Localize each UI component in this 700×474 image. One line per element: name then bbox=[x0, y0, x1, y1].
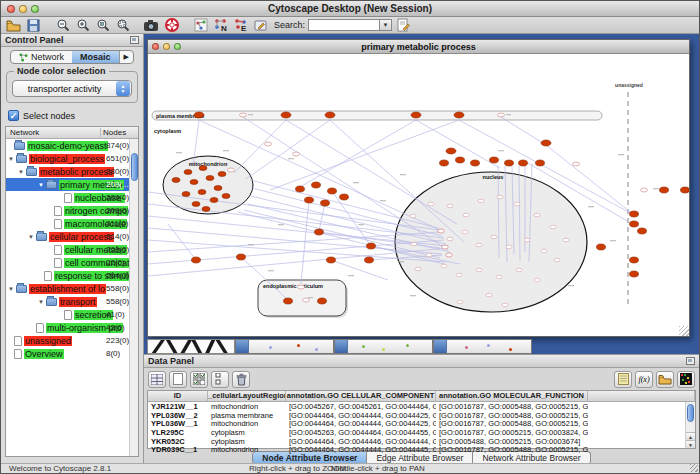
network-overview-icon[interactable] bbox=[192, 18, 209, 33]
expand-arrow-icon[interactable]: ▼ bbox=[26, 234, 36, 240]
folder-icon bbox=[26, 168, 37, 176]
table-row[interactable]: YLR295Ccytoplasm[GO:0045263, GO:0044464,… bbox=[148, 428, 695, 437]
expand-arrow-icon[interactable]: ▼ bbox=[6, 156, 16, 162]
select-attributes-icon[interactable] bbox=[190, 371, 208, 388]
doc-icon bbox=[54, 219, 62, 229]
annotation-icon[interactable] bbox=[252, 18, 269, 33]
cell-component: [GO:0044464, GO:0044444, GO:0044445, G..… bbox=[286, 445, 436, 454]
tree-row-label: Overview bbox=[24, 349, 64, 359]
tree-row[interactable]: nitrogen compo209(0) bbox=[6, 204, 138, 217]
select-edges-icon[interactable]: E bbox=[232, 18, 249, 33]
delete-attribute-icon[interactable] bbox=[232, 371, 250, 388]
save-icon[interactable] bbox=[25, 18, 42, 33]
network-canvas[interactable]: plasma membrane cytoplasm mitochondrion … bbox=[148, 54, 689, 336]
tree-row[interactable]: mosaic-demo-yeast874(0) bbox=[6, 139, 138, 152]
cell-id: YPL036W__1 bbox=[148, 419, 208, 428]
expand-arrow-icon[interactable]: ▼ bbox=[36, 299, 46, 305]
edit-search-icon[interactable] bbox=[395, 18, 412, 33]
tree-row[interactable]: Overview8(0) bbox=[6, 347, 138, 360]
network-view-titlebar[interactable]: primary metabolic process bbox=[148, 40, 689, 54]
notes-icon[interactable] bbox=[614, 371, 632, 388]
column-header[interactable]: annotation.GO MOLECULAR_FUNCTION bbox=[436, 391, 588, 401]
cell-component: [GO:0045263, GO:0044464, GO:0044455, G..… bbox=[286, 428, 436, 437]
tree-row[interactable]: nucleobase-209(0) bbox=[6, 191, 138, 204]
table-row[interactable]: YPL036W__2plasma membrane[GO:0044464, GO… bbox=[148, 411, 695, 420]
minimized-window-3[interactable] bbox=[334, 339, 433, 354]
tree-row[interactable]: multi-organism pro42(0) bbox=[6, 321, 138, 334]
matrix-icon[interactable] bbox=[677, 371, 695, 388]
minimized-window-1[interactable] bbox=[147, 339, 235, 354]
tab-mosaic[interactable]: Mosaic bbox=[72, 51, 119, 63]
tree-row-node-count: 558(0) bbox=[106, 297, 129, 306]
tree-row[interactable]: ▼transport558(0) bbox=[6, 295, 138, 308]
nucleus-region bbox=[395, 172, 587, 312]
zoom-out-icon[interactable] bbox=[54, 18, 71, 33]
search-input[interactable] bbox=[308, 19, 380, 31]
cell-component: [GO:0044464, GO:0044444, GO:0044425, G..… bbox=[286, 411, 436, 420]
minimized-window-4[interactable] bbox=[433, 339, 532, 354]
table-row[interactable]: YDR039C__1mitochondrion[GO:0044464, GO:0… bbox=[148, 445, 695, 454]
scroll-up-arrow[interactable]: ▲ bbox=[686, 432, 695, 440]
table-row[interactable]: YPL036W__1mitochondrion[GO:0044464, GO:0… bbox=[148, 419, 695, 428]
expand-arrow-icon[interactable]: ▼ bbox=[16, 169, 26, 175]
column-header[interactable]: _cellularLayoutRegion bbox=[208, 391, 286, 401]
combo-stepper-icon: ▲▼ bbox=[116, 81, 130, 96]
tree-row[interactable]: response to stimulu264(0) bbox=[6, 269, 138, 282]
doc-icon bbox=[44, 271, 52, 281]
tree-row[interactable]: cell communicat22(0) bbox=[6, 256, 138, 269]
tab-network[interactable]: Network bbox=[11, 51, 72, 63]
tab-overflow-arrow[interactable]: ▶ bbox=[119, 51, 133, 63]
tree-row[interactable]: cellular metabo209(0) bbox=[6, 243, 138, 256]
float-panel-icon[interactable] bbox=[130, 36, 139, 44]
node-color-select[interactable]: transporter activity ▲▼ bbox=[12, 80, 132, 97]
network-view-window[interactable]: primary metabolic process bbox=[147, 39, 690, 337]
cytoscape-window: Cytoscape Desktop (New Session) N E Sear… bbox=[0, 0, 700, 474]
new-attribute-icon[interactable] bbox=[169, 371, 187, 388]
window-resize-grip[interactable] bbox=[690, 464, 698, 472]
table-row[interactable]: YJR121W__1mitochondrion[GO:0045267, GO:0… bbox=[148, 402, 695, 411]
tree-row[interactable]: ▼primary metabo209(... bbox=[6, 178, 138, 191]
tree-column-network[interactable]: Network bbox=[6, 128, 100, 137]
minimized-window-2[interactable] bbox=[235, 339, 334, 354]
formula-icon[interactable]: f(x) bbox=[635, 371, 653, 388]
tree-row-label: cellular process bbox=[49, 232, 114, 242]
data-panel: Data Panel f(x) ID_cellularLayoutR bbox=[144, 354, 699, 451]
search-dropdown-arrow[interactable]: ▼ bbox=[380, 19, 392, 31]
unselect-attributes-icon[interactable] bbox=[211, 371, 229, 388]
scroll-down-arrow[interactable]: ▼ bbox=[686, 440, 695, 448]
float-data-panel-icon[interactable] bbox=[686, 357, 695, 365]
zoom-in-icon[interactable] bbox=[74, 18, 91, 33]
select-nodes-icon[interactable]: N bbox=[212, 18, 229, 33]
minimized-window-icon bbox=[236, 340, 249, 353]
table-row[interactable]: YKR052Ccytoplasm[GO:0044464, GO:0044446,… bbox=[148, 437, 695, 446]
tree-row-node-count: 209(0) bbox=[106, 193, 129, 202]
tree-scrollbar[interactable] bbox=[129, 139, 138, 456]
tree-row[interactable]: macromolecule311(0) bbox=[6, 217, 138, 230]
tree-row[interactable]: ▼biological_process651(0) bbox=[6, 152, 138, 165]
tree-row[interactable]: ▼metabolic process280(0) bbox=[6, 165, 138, 178]
expand-arrow-icon[interactable]: ▼ bbox=[6, 286, 16, 292]
table-scrollbar[interactable]: ▲ ▼ bbox=[685, 402, 695, 448]
help-icon[interactable] bbox=[163, 18, 180, 33]
tree-scrollbar-thumb[interactable] bbox=[131, 153, 138, 181]
tree-row[interactable]: unassigned223(0) bbox=[6, 334, 138, 347]
column-header[interactable]: ID bbox=[148, 391, 208, 401]
cell-function: [GO:0016787, GO:0005488, GO:0005215, G..… bbox=[436, 402, 588, 411]
zoom-selected-icon[interactable] bbox=[94, 18, 111, 33]
tree-row[interactable]: ▼establishment of lo558(0) bbox=[6, 282, 138, 295]
import-attributes-icon[interactable] bbox=[656, 371, 674, 388]
attribute-table-icon[interactable] bbox=[148, 371, 166, 388]
tree-row[interactable]: secretion41(0) bbox=[6, 308, 138, 321]
table-scrollbar-thumb[interactable] bbox=[687, 404, 694, 422]
zoom-fit-icon[interactable] bbox=[114, 18, 131, 33]
tree-row[interactable]: ▼cellular process614(0) bbox=[6, 230, 138, 243]
snapshot-icon[interactable] bbox=[143, 18, 160, 33]
select-nodes-checkbox[interactable]: ✓ bbox=[8, 110, 19, 121]
open-icon[interactable] bbox=[5, 18, 22, 33]
tree-column-nodes[interactable]: Nodes bbox=[100, 128, 138, 137]
expand-arrow-icon[interactable]: ▼ bbox=[36, 182, 46, 188]
tree-row-node-count: 42(0) bbox=[106, 323, 125, 332]
column-header[interactable]: annotation.GO CELLULAR_COMPONENT bbox=[286, 391, 436, 401]
folder-icon bbox=[14, 142, 25, 150]
frame-resize-grip[interactable] bbox=[679, 326, 689, 336]
